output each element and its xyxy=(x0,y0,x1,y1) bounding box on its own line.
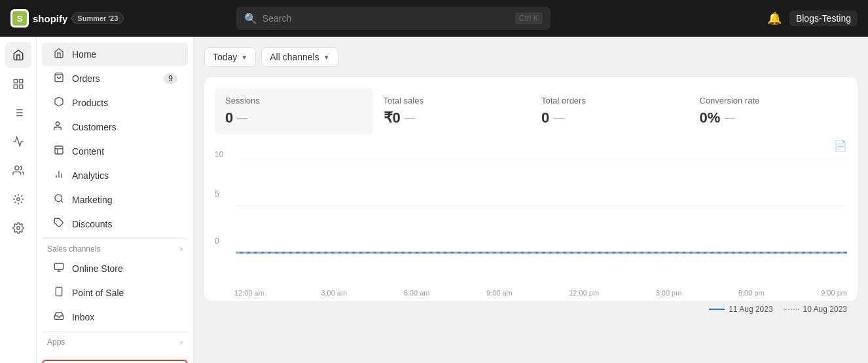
sidebar-item-customers[interactable]: Customers xyxy=(42,115,188,139)
topnav-right: 🔔 Blogs-Testing xyxy=(767,10,858,26)
shopify-s-icon: S xyxy=(12,11,27,26)
chart-svg xyxy=(215,159,847,284)
chart-export-icon[interactable]: 📄 xyxy=(834,140,847,152)
sidebar-item-content[interactable]: Content xyxy=(42,140,188,163)
svg-point-19 xyxy=(55,195,62,202)
sidebar-item-home[interactable]: Home xyxy=(42,43,188,66)
orders-badge: 9 xyxy=(164,73,177,84)
summer-badge: Summer '23 xyxy=(71,12,124,24)
stats-row: Sessions 0 — Total sales ₹0 — To xyxy=(215,88,847,134)
sidebar-item-products-label: Products xyxy=(72,98,108,108)
search-input[interactable] xyxy=(262,13,510,24)
conversion-rate-dash: — xyxy=(724,112,734,124)
apps-section-header[interactable]: Apps › xyxy=(37,335,193,349)
chart-y-label-5: 5 xyxy=(215,189,219,199)
apps-section-label: Apps xyxy=(47,337,65,347)
stat-total-orders: Total orders 0 — xyxy=(531,88,689,134)
legend-current: 11 Aug 2023 xyxy=(709,305,772,314)
sidebar-item-inbox-label: Inbox xyxy=(72,312,94,322)
svg-rect-1 xyxy=(19,79,22,83)
svg-rect-15 xyxy=(55,146,63,154)
conversion-rate-label: Conversion rate xyxy=(700,96,837,105)
sidebar-item-inbox[interactable]: Inbox xyxy=(42,305,188,329)
legend-previous-line xyxy=(784,309,799,310)
store-name[interactable]: Blogs-Testing xyxy=(789,10,858,26)
sessions-value: 0 — xyxy=(225,109,363,126)
total-orders-dash: — xyxy=(553,112,564,124)
sidebar-item-online-store[interactable]: Online Store xyxy=(42,257,188,280)
icon-sidebar-analytics[interactable] xyxy=(5,128,31,155)
marketing-icon xyxy=(52,193,65,206)
chart-y-label-10: 10 xyxy=(215,150,223,159)
sales-channels-expand-icon[interactable]: › xyxy=(180,244,183,254)
icon-sidebar-customers[interactable] xyxy=(5,157,31,183)
total-sales-label: Total sales xyxy=(384,96,521,105)
x-label-9am: 9:00 am xyxy=(486,289,513,297)
stat-total-sales: Total sales ₹0 — xyxy=(373,88,532,134)
brand-name: shopify xyxy=(33,13,67,24)
svg-rect-3 xyxy=(19,85,22,88)
svg-rect-2 xyxy=(14,85,17,88)
sidebar-item-discounts[interactable]: Discounts xyxy=(42,212,188,236)
sales-channels-header: Sales channels › xyxy=(37,242,193,256)
sidebar-item-point-of-sale-label: Point of Sale xyxy=(72,288,124,298)
sidebar-item-home-label: Home xyxy=(72,49,96,60)
top-navigation: S shopify Summer '23 🔍 Ctrl K 🔔 Blogs-Te… xyxy=(0,0,868,37)
x-label-12pm: 12:00 pm xyxy=(569,289,599,297)
icon-sidebar-marketing[interactable] xyxy=(5,186,31,212)
sidebar-item-orders-label: Orders xyxy=(72,73,100,84)
orders-icon xyxy=(52,72,65,85)
svg-rect-22 xyxy=(54,263,63,269)
settings-item[interactable]: Settings xyxy=(42,360,188,363)
channel-filter-label: All channels xyxy=(270,52,319,62)
channel-filter-arrow-icon: ▼ xyxy=(323,54,330,61)
date-filter-button[interactable]: Today ▼ xyxy=(204,47,256,67)
x-label-9pm: 9:00 pm xyxy=(821,289,847,297)
total-orders-value: 0 — xyxy=(541,109,679,126)
icon-sidebar-home[interactable] xyxy=(5,42,31,68)
analytics-icon xyxy=(52,169,65,182)
content-icon xyxy=(52,145,65,158)
total-orders-label: Total orders xyxy=(541,96,679,105)
icon-sidebar xyxy=(0,37,37,363)
apps-expand-icon[interactable]: › xyxy=(180,337,183,347)
chart-y-label-0: 0 xyxy=(215,237,219,246)
chart-container: 📄 10 5 0 12:00 am xyxy=(215,140,847,290)
date-filter-label: Today xyxy=(213,52,237,62)
legend-current-line xyxy=(709,309,725,310)
home-icon xyxy=(52,48,65,61)
channel-filter-button[interactable]: All channels ▼ xyxy=(261,47,338,67)
sidebar-item-analytics[interactable]: Analytics xyxy=(42,164,188,187)
search-icon: 🔍 xyxy=(244,12,257,25)
sidebar-item-products[interactable]: Products xyxy=(42,91,188,115)
svg-point-12 xyxy=(16,227,20,230)
sidebar-divider-2 xyxy=(42,332,188,332)
search-bar[interactable]: 🔍 Ctrl K xyxy=(236,7,551,30)
x-label-6pm: 6:00 pm xyxy=(738,289,765,297)
filters-row: Today ▼ All channels ▼ xyxy=(204,47,858,67)
sidebar-item-online-store-label: Online Store xyxy=(72,263,123,274)
products-icon xyxy=(52,96,65,109)
icon-sidebar-settings[interactable] xyxy=(5,215,31,241)
search-shortcut: Ctrl K xyxy=(515,12,543,24)
sidebar-item-orders[interactable]: Orders 9 xyxy=(42,67,188,90)
shopify-bag-icon: S xyxy=(10,9,29,28)
sidebar-item-point-of-sale[interactable]: Point of Sale xyxy=(42,281,188,305)
legend-previous: 10 Aug 2023 xyxy=(784,305,847,314)
notification-bell-icon[interactable]: 🔔 xyxy=(767,11,782,26)
sales-channels-label: Sales channels xyxy=(47,244,100,254)
total-sales-dash: — xyxy=(405,112,415,124)
legend-current-label: 11 Aug 2023 xyxy=(729,305,772,314)
icon-sidebar-grid[interactable] xyxy=(5,71,31,97)
sidebar-item-customers-label: Customers xyxy=(72,122,117,132)
brand-logo[interactable]: S shopify Summer '23 xyxy=(10,9,124,28)
icon-sidebar-orders[interactable] xyxy=(5,100,31,126)
svg-point-14 xyxy=(56,122,59,125)
chart-legend: 11 Aug 2023 10 Aug 2023 xyxy=(215,305,847,314)
sidebar-item-marketing[interactable]: Marketing xyxy=(42,188,188,212)
svg-point-10 xyxy=(14,166,18,170)
customers-icon xyxy=(52,121,65,134)
stat-conversion-rate: Conversion rate 0% — xyxy=(689,88,848,134)
sessions-label: Sessions xyxy=(225,96,363,105)
x-label-3am: 3:00 am xyxy=(321,289,347,297)
